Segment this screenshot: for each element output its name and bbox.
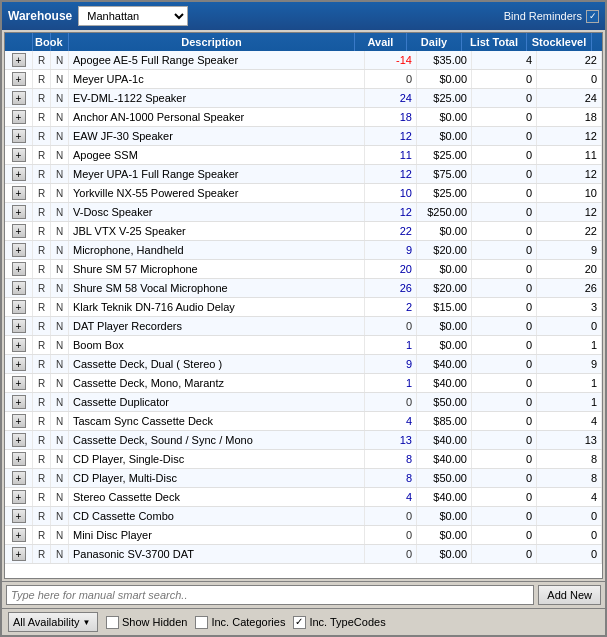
plus-button[interactable]: + <box>12 148 26 162</box>
cell-list-total: 0 <box>472 260 537 278</box>
cell-plus[interactable]: + <box>5 51 33 69</box>
cell-stocklevel: 12 <box>537 127 602 145</box>
plus-button[interactable]: + <box>12 357 26 371</box>
cell-list-total: 0 <box>472 241 537 259</box>
cell-avail: 13 <box>365 431 417 449</box>
cell-avail: 18 <box>365 108 417 126</box>
cell-plus[interactable]: + <box>5 298 33 316</box>
availability-select-button[interactable]: All Availability ▼ <box>8 612 98 632</box>
cell-plus[interactable]: + <box>5 507 33 525</box>
plus-button[interactable]: + <box>12 452 26 466</box>
cell-plus[interactable]: + <box>5 450 33 468</box>
cell-n: N <box>51 108 69 126</box>
cell-n: N <box>51 279 69 297</box>
plus-button[interactable]: + <box>12 167 26 181</box>
cell-plus[interactable]: + <box>5 222 33 240</box>
cell-list-total: 0 <box>472 393 537 411</box>
cell-plus[interactable]: + <box>5 545 33 563</box>
cell-daily: $40.00 <box>417 431 472 449</box>
cell-stocklevel: 1 <box>537 336 602 354</box>
cell-r: R <box>33 469 51 487</box>
show-hidden-checkbox[interactable] <box>106 616 119 629</box>
cell-plus[interactable]: + <box>5 184 33 202</box>
cell-plus[interactable]: + <box>5 70 33 88</box>
cell-avail: 0 <box>365 507 417 525</box>
cell-plus[interactable]: + <box>5 165 33 183</box>
plus-button[interactable]: + <box>12 205 26 219</box>
cell-avail: 0 <box>365 70 417 88</box>
cell-plus[interactable]: + <box>5 127 33 145</box>
plus-button[interactable]: + <box>12 72 26 86</box>
plus-button[interactable]: + <box>12 91 26 105</box>
cell-n: N <box>51 222 69 240</box>
cell-stocklevel: 26 <box>537 279 602 297</box>
plus-button[interactable]: + <box>12 547 26 561</box>
plus-button[interactable]: + <box>12 129 26 143</box>
inc-typecodes-checkbox[interactable] <box>293 616 306 629</box>
plus-button[interactable]: + <box>12 528 26 542</box>
cell-description: Boom Box <box>69 336 365 354</box>
plus-button[interactable]: + <box>12 262 26 276</box>
cell-plus[interactable]: + <box>5 431 33 449</box>
cell-plus[interactable]: + <box>5 108 33 126</box>
cell-stocklevel: 20 <box>537 260 602 278</box>
cell-description: Panasonic SV-3700 DAT <box>69 545 365 563</box>
cell-avail: 12 <box>365 203 417 221</box>
search-input[interactable] <box>6 585 534 605</box>
cell-list-total: 0 <box>472 507 537 525</box>
cell-list-total: 0 <box>472 317 537 335</box>
cell-plus[interactable]: + <box>5 393 33 411</box>
plus-button[interactable]: + <box>12 376 26 390</box>
table-row: + R N V-Dosc Speaker 12 $250.00 0 12 <box>5 203 602 222</box>
cell-plus[interactable]: + <box>5 241 33 259</box>
cell-plus[interactable]: + <box>5 488 33 506</box>
plus-button[interactable]: + <box>12 300 26 314</box>
plus-button[interactable]: + <box>12 281 26 295</box>
plus-button[interactable]: + <box>12 110 26 124</box>
cell-plus[interactable]: + <box>5 374 33 392</box>
cell-plus[interactable]: + <box>5 469 33 487</box>
plus-button[interactable]: + <box>12 224 26 238</box>
plus-button[interactable]: + <box>12 471 26 485</box>
plus-button[interactable]: + <box>12 243 26 257</box>
cell-plus[interactable]: + <box>5 412 33 430</box>
cell-list-total: 0 <box>472 431 537 449</box>
bind-reminders[interactable]: Bind Reminders ✓ <box>504 10 599 23</box>
cell-n: N <box>51 146 69 164</box>
cell-list-total: 0 <box>472 374 537 392</box>
cell-plus[interactable]: + <box>5 260 33 278</box>
add-new-button[interactable]: Add New <box>538 585 601 605</box>
cell-list-total: 0 <box>472 298 537 316</box>
plus-button[interactable]: + <box>12 490 26 504</box>
cell-n: N <box>51 51 69 69</box>
plus-button[interactable]: + <box>12 433 26 447</box>
cell-plus[interactable]: + <box>5 279 33 297</box>
plus-button[interactable]: + <box>12 414 26 428</box>
cell-r: R <box>33 526 51 544</box>
cell-plus[interactable]: + <box>5 89 33 107</box>
cell-description: CD Cassette Combo <box>69 507 365 525</box>
plus-button[interactable]: + <box>12 509 26 523</box>
table-row: + R N Boom Box 1 $0.00 0 1 <box>5 336 602 355</box>
cell-plus[interactable]: + <box>5 336 33 354</box>
table-row: + R N Mini Disc Player 0 $0.00 0 0 <box>5 526 602 545</box>
inc-categories-checkbox[interactable] <box>195 616 208 629</box>
cell-daily: $25.00 <box>417 184 472 202</box>
cell-r: R <box>33 108 51 126</box>
plus-button[interactable]: + <box>12 186 26 200</box>
plus-button[interactable]: + <box>12 338 26 352</box>
plus-button[interactable]: + <box>12 319 26 333</box>
bind-reminders-checkbox[interactable]: ✓ <box>586 10 599 23</box>
plus-button[interactable]: + <box>12 395 26 409</box>
cell-list-total: 0 <box>472 469 537 487</box>
warehouse-select[interactable]: Manhattan Brooklyn Queens <box>78 6 188 26</box>
cell-description: Mini Disc Player <box>69 526 365 544</box>
cell-n: N <box>51 450 69 468</box>
cell-plus[interactable]: + <box>5 355 33 373</box>
cell-plus[interactable]: + <box>5 526 33 544</box>
cell-plus[interactable]: + <box>5 203 33 221</box>
cell-plus[interactable]: + <box>5 146 33 164</box>
table-row: + R N Tascam Sync Cassette Deck 4 $85.00… <box>5 412 602 431</box>
cell-plus[interactable]: + <box>5 317 33 335</box>
plus-button[interactable]: + <box>12 53 26 67</box>
